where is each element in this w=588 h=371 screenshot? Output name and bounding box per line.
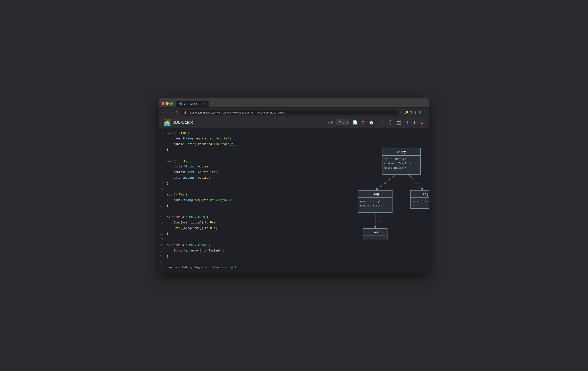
help-icon-button[interactable]: ?: [381, 119, 385, 125]
code-line: 10 }: [159, 181, 280, 186]
new-tab-button[interactable]: +: [209, 100, 215, 107]
code-line: 16 relationship ManyToOne {: [159, 214, 280, 220]
entry-title: Entry: [397, 150, 406, 154]
back-button[interactable]: ←: [162, 110, 167, 115]
address-bar-container: ← → ↻ 🔒 https://start.jhipster.tech/jdl-…: [159, 108, 429, 117]
app-header-right: mraible Blog 📄 ⚙ 🏠 ? 📱 📷 ⬇ ⬆ 🗑: [324, 119, 425, 126]
menu-icon[interactable]: ⋮: [423, 111, 426, 115]
bitwarden-icon[interactable]: 🔑: [404, 111, 408, 115]
blog-select[interactable]: Blog: [336, 119, 349, 125]
maximize-button[interactable]: [170, 102, 173, 105]
home-icon-button[interactable]: 🏠: [368, 119, 374, 126]
code-line: 19 }: [159, 231, 280, 237]
url-text: https://start.jhipster.tech/jdl-studio/#…: [189, 111, 395, 114]
code-line: 4 }: [159, 147, 280, 153]
code-line: 11: [159, 186, 280, 192]
bookmark-icon[interactable]: ☆: [400, 111, 403, 115]
url-input[interactable]: 🔒 https://start.jhipster.tech/jdl-studio…: [181, 110, 398, 115]
code-line: 13 name String required minlength(2): [159, 198, 280, 203]
tab-favicon-icon: 🔷: [179, 102, 183, 106]
code-line: 1 entity Blog {: [159, 130, 280, 136]
code-line: 20: [159, 237, 280, 242]
code-line: 9 date Instant required: [159, 175, 280, 181]
entry-tag-line: [408, 174, 423, 190]
app-logo: 🧑‍💻 JDL-Studio: [163, 119, 194, 126]
close-button[interactable]: [162, 102, 165, 105]
minimize-button[interactable]: [166, 102, 169, 105]
entry-tag-label: *-*: [413, 183, 418, 186]
code-line: 14 }: [159, 203, 280, 209]
info-icon[interactable]: ℹ: [415, 111, 416, 115]
tag-title: Tag: [423, 192, 428, 196]
code-line: 7 title String required,: [159, 164, 280, 170]
forward-button[interactable]: →: [168, 110, 173, 115]
app-header: 🧑‍💻 JDL-Studio mraible Blog 📄 ⚙ 🏠 ? 📱 📷 …: [159, 117, 429, 128]
main-content: 1 entity Blog { 2 name String required m…: [159, 128, 429, 273]
user-title: User: [372, 231, 379, 234]
mobile-icon-button[interactable]: 📱: [387, 119, 394, 126]
entity-diagram: *-1 *-* *-1 Entry title: String* content…: [280, 138, 429, 263]
code-line: 12 entity Tag {: [159, 192, 280, 198]
code-line: 6 entity Entry {: [159, 158, 280, 164]
settings-icon-button[interactable]: ⚙: [361, 119, 366, 126]
lock-icon: 🔒: [184, 111, 187, 114]
blog-field-name: name: String*: [360, 200, 380, 203]
blog-select-wrap: Blog: [336, 119, 349, 125]
code-line: 5: [159, 153, 280, 158]
code-line: 21 relationship ManyToMany {: [159, 242, 280, 248]
blog-title: Blog: [372, 192, 379, 196]
chrome-tabs: 🔷 JDL-Studio ✕ +: [176, 100, 215, 107]
active-tab[interactable]: 🔷 JDL-Studio ✕: [176, 101, 209, 107]
extension-icon[interactable]: 🛡: [410, 111, 413, 114]
avatar-icon[interactable]: 👤: [418, 111, 422, 115]
code-line: 18 Entry{blog(name)} to Blog: [159, 225, 280, 231]
download-icon-button[interactable]: ⬇: [405, 119, 410, 126]
tag-body-box: [410, 198, 429, 208]
diagram-area: *-1 *-* *-1 Entry title: String* content…: [280, 128, 429, 273]
user-body-box: [363, 236, 387, 240]
entry-blog-line: [375, 174, 397, 190]
code-line: 8 content TextBlob required,: [159, 170, 280, 175]
chrome-frame: 🔷 JDL-Studio ✕ +: [159, 98, 429, 107]
code-line: 25 paginate Entry, Tag with infinite-scr…: [159, 265, 280, 270]
code-line: 3 handle String required minlength(2): [159, 141, 280, 147]
app-title: JDL-Studio: [173, 120, 194, 125]
trash-icon-button[interactable]: 🗑: [419, 119, 425, 125]
address-actions: ☆ 🔑 🛡 ℹ 👤 ⋮: [400, 111, 426, 115]
file-icon-button[interactable]: 📄: [352, 119, 358, 126]
browser-window: 🔷 JDL-Studio ✕ + ← → ↻ 🔒 https://start.j…: [159, 98, 429, 273]
code-editor[interactable]: 1 entity Blog { 2 name String required m…: [159, 128, 280, 273]
entry-field-content: content: TextBlob*: [384, 162, 412, 165]
entry-blog-label: *-1: [382, 183, 387, 186]
reload-button[interactable]: ↻: [175, 110, 179, 115]
username-label: mraible: [324, 121, 333, 124]
code-line: 15: [159, 209, 280, 214]
blog-user-label: *-1: [377, 220, 381, 223]
code-line: 23 }: [159, 254, 280, 259]
code-line: 2 name String required minlength(3),: [159, 136, 280, 141]
code-line: 17 Blog{user(login)} to User,: [159, 220, 280, 225]
traffic-lights: [162, 102, 173, 105]
logo-icon: 🧑‍💻: [163, 119, 171, 126]
tab-close-button[interactable]: ✕: [203, 102, 206, 106]
camera-icon-button[interactable]: 📷: [396, 119, 402, 126]
upload-icon-button[interactable]: ⬆: [412, 119, 417, 126]
tab-title: JDL-Studio: [184, 102, 198, 106]
code-line: 22 Entry{tag(name)} to Tag{entry}: [159, 248, 280, 254]
chrome-titlebar: 🔷 JDL-Studio ✕ +: [162, 100, 426, 107]
tag-field-name: name: String*: [412, 200, 429, 203]
entry-field-title: title: String*: [384, 158, 406, 161]
header-divider: [378, 120, 378, 125]
code-line: 24: [159, 259, 280, 265]
entry-field-date: date: Instant*: [384, 167, 406, 170]
blog-field-handle: handle: String*: [360, 204, 384, 207]
